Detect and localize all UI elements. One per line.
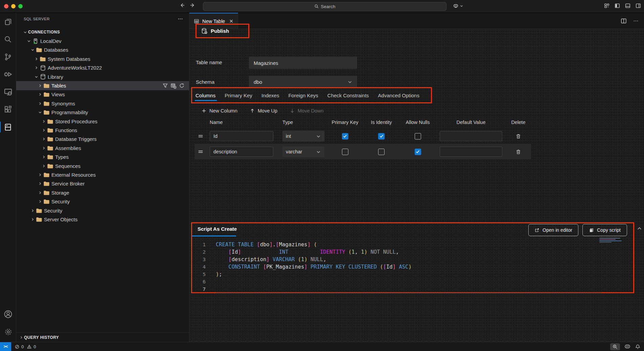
tree-item-server-objects[interactable]: Server Objects — [16, 215, 189, 224]
copilot-status-icon[interactable] — [624, 343, 631, 350]
tree-item-stored-procedures[interactable]: Stored Procedures — [16, 117, 189, 126]
designer-tab-indexes[interactable]: Indexes — [261, 88, 279, 102]
designer-tab-check-constraints[interactable]: Check Constraints — [327, 88, 369, 102]
grid-header-delete: Delete — [506, 120, 531, 125]
problems-status[interactable]: 0 0 — [15, 344, 36, 349]
customize-layout-icon[interactable] — [604, 3, 610, 9]
column-type-select[interactable]: int — [282, 131, 324, 142]
minimize-window-button[interactable] — [11, 4, 16, 8]
filter-icon[interactable] — [162, 83, 168, 89]
query-history-section[interactable]: QUERY HISTORY — [16, 332, 189, 342]
tree-item-security[interactable]: Security — [16, 206, 189, 215]
activity-explorer[interactable] — [0, 13, 16, 30]
tree-item-library[interactable]: Library — [16, 72, 189, 81]
tree-item-adventureworkslt2022[interactable]: AdventureWorksLT2022 — [16, 64, 189, 72]
column-type-select[interactable]: varchar — [282, 146, 324, 157]
toggle-panel-icon[interactable] — [625, 3, 631, 9]
tree-item-system-databases[interactable]: System Databases — [16, 54, 189, 63]
tree-item-databases[interactable]: Databases — [16, 46, 189, 54]
tree-item-types[interactable]: Types — [16, 152, 189, 161]
tree-item-functions[interactable]: Functions — [16, 126, 189, 134]
new-table-icon[interactable] — [170, 83, 177, 89]
copy-script-button[interactable]: Copy script — [582, 224, 627, 236]
more-actions-icon[interactable] — [178, 16, 183, 22]
forward-icon[interactable] — [190, 2, 196, 8]
column-row: int — [194, 128, 531, 144]
activity-sql-server[interactable] — [0, 118, 16, 136]
tree-item-database-triggers[interactable]: Database Triggers — [16, 135, 189, 144]
copilot-menu[interactable] — [453, 3, 463, 9]
tree-item-assemblies[interactable]: Assemblies — [16, 144, 189, 152]
column-name-input[interactable] — [210, 147, 273, 157]
primary-key-checkbox[interactable] — [342, 133, 348, 140]
maximize-window-button[interactable] — [18, 4, 23, 8]
tree-item-localdev[interactable]: LocalDev — [16, 36, 189, 45]
default-value-input[interactable] — [440, 131, 502, 141]
drag-handle[interactable] — [194, 149, 206, 155]
column-name-input[interactable] — [210, 131, 273, 141]
default-value-input[interactable] — [440, 147, 502, 157]
errors-icon — [15, 344, 20, 349]
split-editor-icon[interactable] — [620, 18, 627, 24]
designer-tab-primary-key[interactable]: Primary Key — [225, 88, 252, 102]
publish-button[interactable]: Publish — [197, 28, 229, 34]
open-in-editor-button[interactable]: Open in editor — [528, 224, 578, 236]
tree-item-programmability[interactable]: Programmability — [16, 108, 189, 117]
window-controls[interactable] — [4, 4, 23, 8]
collapse-pane-icon[interactable] — [637, 226, 642, 231]
zoom-status-icon[interactable] — [610, 343, 620, 350]
editor-more-actions-icon[interactable] — [633, 18, 639, 24]
refresh-icon[interactable] — [179, 83, 185, 89]
code-text: ); — [216, 271, 222, 277]
activity-run-debug[interactable] — [0, 66, 16, 83]
activity-extensions[interactable] — [0, 101, 16, 118]
server-icon — [32, 38, 39, 44]
sql-server-icon — [4, 123, 12, 131]
close-tab-icon[interactable]: ✕ — [229, 18, 233, 24]
back-icon[interactable] — [179, 2, 185, 8]
folder-icon — [43, 91, 50, 98]
schema-select[interactable]: dbo — [249, 76, 357, 88]
tree-item-sequences[interactable]: Sequences — [16, 161, 189, 170]
table-name-input[interactable] — [249, 57, 357, 69]
folder-icon — [47, 163, 53, 169]
allow-nulls-checkbox[interactable] — [415, 149, 421, 155]
drag-handle[interactable] — [194, 133, 206, 139]
designer-tab-columns[interactable]: Columns — [196, 88, 215, 102]
script-pane-title: Script As Create — [198, 226, 237, 232]
activity-source-control[interactable] — [0, 48, 16, 66]
designer-tab-advanced-options[interactable]: Advanced Options — [378, 88, 419, 102]
tree-item-external-resources[interactable]: External Resources — [16, 170, 189, 179]
script-code[interactable]: 1CREATE TABLE [dbo].[Magazines] (2 [Id] … — [192, 241, 632, 293]
is-identity-checkbox[interactable] — [378, 149, 385, 155]
is-identity-checkbox[interactable] — [378, 133, 385, 140]
notifications-bell-icon[interactable] — [635, 344, 641, 350]
activity-search[interactable] — [0, 30, 16, 48]
new-column-button[interactable]: New Column — [201, 108, 237, 114]
designer-tab-foreign-keys[interactable]: Foreign Keys — [288, 88, 318, 102]
tree-item-connections[interactable]: CONNECTIONS — [16, 28, 189, 36]
folder-icon — [43, 109, 50, 116]
activity-settings[interactable] — [0, 323, 16, 341]
activity-accounts[interactable] — [0, 305, 16, 323]
primary-key-checkbox[interactable] — [342, 149, 348, 155]
folder-icon — [36, 207, 42, 214]
activity-remote-explorer[interactable] — [0, 83, 16, 101]
tree-item-tables[interactable]: Tables — [16, 81, 189, 90]
delete-column-button[interactable] — [506, 133, 531, 139]
tree-item-actions — [162, 83, 189, 89]
tree-item-security[interactable]: Security — [16, 197, 189, 206]
toggle-sidebar-icon[interactable] — [614, 3, 620, 9]
remote-indicator[interactable]: >< — [0, 342, 11, 351]
toggle-secondary-sidebar-icon[interactable] — [635, 3, 641, 9]
tree-item-views[interactable]: Views — [16, 90, 189, 99]
delete-column-button[interactable] — [506, 149, 531, 155]
tree-item-storage[interactable]: Storage — [16, 188, 189, 197]
tree-item-label: CONNECTIONS — [28, 30, 60, 34]
tree-item-synonyms[interactable]: Synonyms — [16, 99, 189, 108]
move-up-button[interactable]: Move Up — [250, 108, 277, 114]
allow-nulls-checkbox[interactable] — [415, 133, 421, 140]
close-window-button[interactable] — [4, 4, 8, 8]
tree-item-service-broker[interactable]: Service Broker — [16, 179, 189, 188]
command-center-search[interactable]: Search — [203, 2, 446, 11]
